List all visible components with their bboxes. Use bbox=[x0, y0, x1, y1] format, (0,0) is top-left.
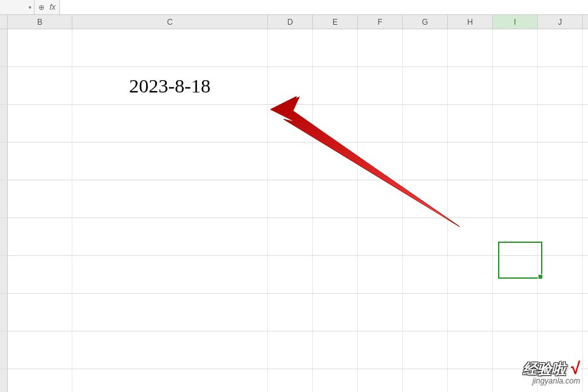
cell[interactable] bbox=[72, 29, 268, 66]
cell[interactable] bbox=[358, 180, 403, 217]
cell[interactable] bbox=[358, 218, 403, 255]
cell[interactable] bbox=[268, 369, 313, 392]
row-header[interactable] bbox=[0, 256, 8, 293]
cell[interactable] bbox=[72, 256, 268, 293]
cell[interactable] bbox=[268, 29, 313, 66]
cell[interactable] bbox=[72, 294, 268, 331]
cell[interactable] bbox=[8, 105, 72, 142]
row-header[interactable] bbox=[0, 67, 8, 104]
cell[interactable] bbox=[72, 369, 268, 392]
row-header[interactable] bbox=[0, 143, 8, 180]
cell[interactable] bbox=[538, 294, 583, 331]
cell[interactable] bbox=[403, 331, 448, 369]
cell[interactable] bbox=[72, 105, 268, 142]
cell[interactable] bbox=[448, 294, 493, 331]
cell[interactable] bbox=[268, 294, 313, 331]
cell[interactable] bbox=[448, 67, 493, 104]
cell[interactable] bbox=[268, 331, 313, 369]
cell[interactable] bbox=[8, 218, 72, 255]
search-fx-icon[interactable]: ⊕ bbox=[38, 3, 44, 12]
row-header[interactable] bbox=[0, 369, 8, 392]
cell[interactable] bbox=[268, 218, 313, 255]
cell[interactable] bbox=[313, 67, 358, 104]
cell[interactable] bbox=[493, 256, 538, 293]
formula-input[interactable] bbox=[60, 0, 588, 14]
cell[interactable] bbox=[448, 105, 493, 142]
cell[interactable] bbox=[8, 67, 72, 104]
cell[interactable] bbox=[538, 29, 583, 66]
cell[interactable] bbox=[403, 29, 448, 66]
cell[interactable] bbox=[8, 369, 72, 392]
cell[interactable] bbox=[493, 29, 538, 66]
cell[interactable] bbox=[313, 331, 358, 369]
cell[interactable] bbox=[538, 218, 583, 255]
cell[interactable] bbox=[313, 294, 358, 331]
cell[interactable] bbox=[268, 105, 313, 142]
cell[interactable] bbox=[358, 105, 403, 142]
cell[interactable] bbox=[358, 369, 403, 392]
cell[interactable] bbox=[403, 143, 448, 180]
fx-label[interactable]: fx bbox=[50, 3, 55, 12]
cell[interactable] bbox=[538, 180, 583, 217]
cell[interactable] bbox=[403, 105, 448, 142]
cell[interactable] bbox=[72, 331, 268, 369]
corner-cell[interactable] bbox=[0, 15, 8, 29]
row-header[interactable] bbox=[0, 105, 8, 142]
cell[interactable] bbox=[448, 369, 493, 392]
col-header-H[interactable]: H bbox=[448, 15, 493, 29]
cell[interactable] bbox=[358, 331, 403, 369]
cell[interactable] bbox=[8, 256, 72, 293]
cell[interactable] bbox=[538, 143, 583, 180]
col-header-I[interactable]: I bbox=[493, 15, 538, 29]
cell[interactable] bbox=[493, 294, 538, 331]
cell[interactable] bbox=[8, 294, 72, 331]
row-header[interactable] bbox=[0, 180, 8, 217]
cell[interactable] bbox=[313, 29, 358, 66]
col-header-G[interactable]: G bbox=[403, 15, 448, 29]
cell[interactable] bbox=[313, 256, 358, 293]
cell[interactable] bbox=[268, 67, 313, 104]
cell[interactable] bbox=[448, 331, 493, 369]
row-header[interactable] bbox=[0, 294, 8, 331]
cell[interactable] bbox=[538, 105, 583, 142]
cell[interactable] bbox=[403, 369, 448, 392]
cell[interactable] bbox=[403, 67, 448, 104]
cell[interactable] bbox=[313, 218, 358, 255]
cell[interactable] bbox=[8, 143, 72, 180]
cell[interactable] bbox=[403, 180, 448, 217]
cell[interactable] bbox=[403, 294, 448, 331]
cell[interactable] bbox=[8, 180, 72, 217]
cell[interactable] bbox=[313, 105, 358, 142]
col-header-F[interactable]: F bbox=[358, 15, 403, 29]
cell[interactable] bbox=[313, 369, 358, 392]
name-box[interactable]: ▾ bbox=[0, 0, 35, 14]
cell[interactable] bbox=[493, 218, 538, 255]
col-header-B[interactable]: B bbox=[8, 15, 72, 29]
col-header-E[interactable]: E bbox=[313, 15, 358, 29]
row-header[interactable] bbox=[0, 29, 8, 66]
cell[interactable] bbox=[538, 67, 583, 104]
cell[interactable] bbox=[72, 218, 268, 255]
cell[interactable] bbox=[493, 67, 538, 104]
cell[interactable] bbox=[403, 218, 448, 255]
cell[interactable] bbox=[313, 180, 358, 217]
cell[interactable] bbox=[493, 180, 538, 217]
col-header-D[interactable]: D bbox=[268, 15, 313, 29]
cell[interactable] bbox=[358, 294, 403, 331]
cell[interactable] bbox=[538, 256, 583, 293]
cell[interactable] bbox=[268, 143, 313, 180]
cell[interactable] bbox=[448, 256, 493, 293]
cell[interactable] bbox=[448, 180, 493, 217]
col-header-C[interactable]: C bbox=[72, 15, 268, 29]
cell[interactable] bbox=[72, 180, 268, 217]
cell[interactable] bbox=[403, 256, 448, 293]
cell[interactable] bbox=[358, 29, 403, 66]
cell-with-date[interactable]: 2023-8-18 bbox=[72, 67, 268, 104]
cell[interactable] bbox=[8, 29, 72, 66]
cell[interactable] bbox=[358, 256, 403, 293]
row-header[interactable] bbox=[0, 331, 8, 369]
cell[interactable] bbox=[358, 67, 403, 104]
cell[interactable] bbox=[448, 218, 493, 255]
row-header[interactable] bbox=[0, 218, 8, 255]
col-header-J[interactable]: J bbox=[538, 15, 583, 29]
